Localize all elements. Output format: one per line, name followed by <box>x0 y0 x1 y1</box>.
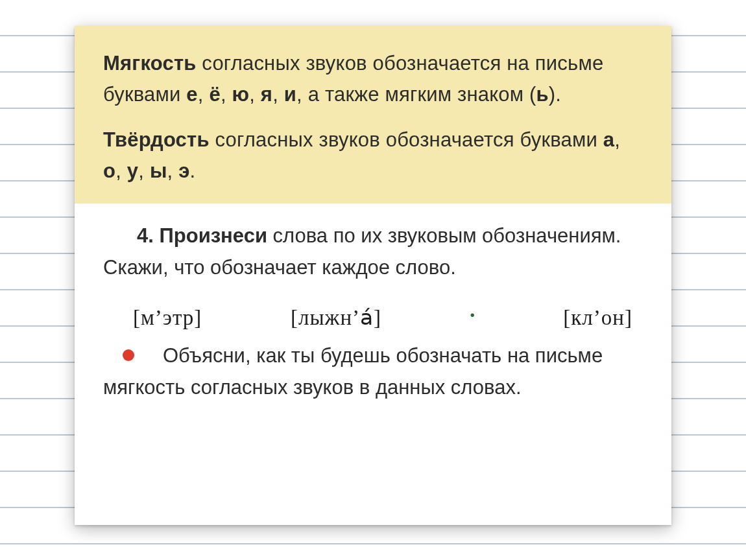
rule1-letter-yu: ю <box>232 83 250 106</box>
phonetic-word-2: [лыжн’а] <box>291 305 381 330</box>
separator-dot: • <box>470 308 475 323</box>
rule-softness: Мягкость согласных звуков обозначается н… <box>103 48 643 110</box>
phonetic-word-3: [кл’он] <box>563 306 632 330</box>
phonetic-row: [м’этр] [лыжн’а] • [кл’он] <box>75 290 671 340</box>
rule1-text2: , а так­же мягким знаком ( <box>296 83 536 106</box>
rule2-keyword: Твёрдость <box>103 128 210 151</box>
exercise-task: 4. Произнеси слова по их звуковым обозна… <box>103 220 643 284</box>
phonetic-word-1: [м’этр] <box>133 306 202 330</box>
exercise-verb: Произнеси <box>154 224 267 247</box>
rule2-text2: . <box>190 159 196 182</box>
rule1-letter-e: е <box>186 83 197 106</box>
rule-hardness: Твёрдость согласных звуков обозначается … <box>103 124 643 187</box>
red-bullet-icon <box>123 349 134 361</box>
rules-highlight-box: Мягкость согласных звуков обозначается н… <box>75 26 671 204</box>
rule2-text1: согласных звуков обозначается буквами <box>210 128 603 151</box>
rule1-letter-ya: я <box>261 83 272 106</box>
rule1-letter-yo: ё <box>209 83 220 106</box>
textbook-scan: Мягкость согласных звуков обозначается н… <box>75 26 671 525</box>
followup-text: Объясни, как ты будешь обозначать на пис… <box>103 340 643 404</box>
exercise-4: 4. Произнеси слова по их звуковым обозна… <box>75 204 671 290</box>
followup-task: Объясни, как ты будешь обозначать на пис… <box>75 340 671 430</box>
rule1-letter-softsign: ь <box>536 83 549 106</box>
rule2-letter-a: а <box>603 128 614 151</box>
rule2-letter-eh: э <box>178 159 189 182</box>
rule1-keyword: Мягкость <box>103 52 197 75</box>
rule2-letter-u: у <box>127 159 138 182</box>
exercise-number: 4. <box>137 224 154 247</box>
rule2-letter-o: о <box>103 159 115 182</box>
rule1-letter-i: и <box>284 83 296 106</box>
rule2-letter-y: ы <box>150 159 167 182</box>
rule1-text3: ). <box>549 83 561 106</box>
